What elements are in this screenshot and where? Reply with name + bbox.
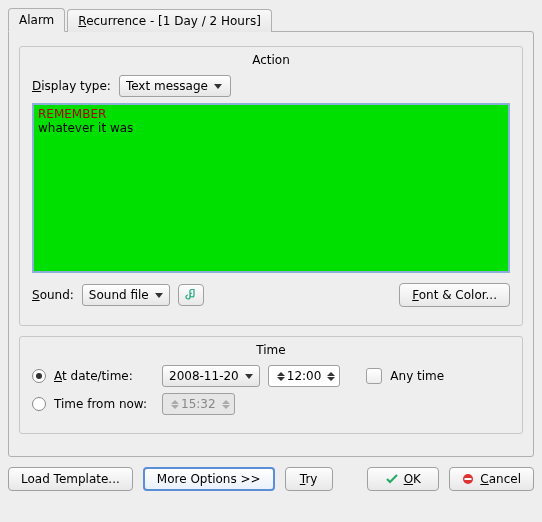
- cancel-icon: [462, 473, 474, 485]
- music-note-icon: [185, 289, 197, 301]
- display-type-row: Display type: Text message: [32, 75, 510, 97]
- time-group: Time At date/time: 2008-11-20 12:00 Any …: [19, 336, 523, 434]
- footer-button-bar: Load Template... More Options >> Try OK …: [8, 467, 534, 491]
- at-datetime-radio[interactable]: [32, 369, 46, 383]
- time-group-title: Time: [32, 343, 510, 357]
- font-color-button[interactable]: Font & Color...: [399, 283, 510, 307]
- display-type-label: Display type:: [32, 79, 111, 93]
- more-options-label: More Options >>: [157, 472, 261, 486]
- time-from-now-label: Time from now:: [54, 397, 154, 411]
- at-datetime-row: At date/time: 2008-11-20 12:00 Any time: [32, 365, 510, 387]
- time-from-now-row: Time from now: 15:32: [32, 393, 510, 415]
- tab-recurrence-label: Recurrence - [1 Day / 2 Hours]: [78, 14, 261, 28]
- time-from-now-value: 15:32: [181, 397, 220, 411]
- sound-font-row: Sound: Sound file Font & Color...: [32, 283, 510, 307]
- ok-check-icon: [386, 473, 398, 485]
- load-template-button[interactable]: Load Template...: [8, 467, 133, 491]
- cancel-label: Cancel: [480, 472, 521, 486]
- tab-bar: Alarm Recurrence - [1 Day / 2 Hours]: [8, 8, 534, 32]
- try-button[interactable]: Try: [285, 467, 333, 491]
- date-select[interactable]: 2008-11-20: [162, 365, 260, 387]
- alarm-tab-content: Action Display type: Text message REMEMB…: [8, 31, 534, 457]
- chevron-down-icon: [155, 293, 163, 298]
- sound-play-button[interactable]: [178, 284, 204, 306]
- sound-value: Sound file: [89, 288, 149, 302]
- display-type-value: Text message: [126, 79, 208, 93]
- try-label: Try: [300, 472, 318, 486]
- svg-rect-1: [465, 478, 472, 480]
- sound-label: Sound:: [32, 288, 74, 302]
- more-options-button[interactable]: More Options >>: [143, 467, 275, 491]
- message-text-input[interactable]: REMEMBER whatever it was: [32, 103, 510, 273]
- ok-label: OK: [404, 472, 421, 486]
- tab-alarm[interactable]: Alarm: [8, 8, 65, 32]
- tab-alarm-label: Alarm: [19, 13, 54, 27]
- sound-select[interactable]: Sound file: [82, 284, 170, 306]
- cancel-button[interactable]: Cancel: [449, 467, 534, 491]
- action-group: Action Display type: Text message REMEMB…: [19, 46, 523, 326]
- chevron-down-icon: [214, 84, 222, 89]
- date-value: 2008-11-20: [169, 369, 239, 383]
- time-from-now-radio[interactable]: [32, 397, 46, 411]
- any-time-checkbox[interactable]: [366, 368, 382, 384]
- chevron-down-icon: [245, 374, 253, 379]
- tab-recurrence[interactable]: Recurrence - [1 Day / 2 Hours]: [67, 9, 272, 32]
- time-from-now-spin: 15:32: [162, 393, 235, 415]
- action-group-title: Action: [32, 53, 510, 67]
- at-datetime-label: At date/time:: [54, 369, 154, 383]
- load-template-label: Load Template...: [21, 472, 120, 486]
- font-color-label: Font & Color...: [412, 288, 497, 302]
- time-spin[interactable]: 12:00: [268, 365, 341, 387]
- ok-button[interactable]: OK: [367, 467, 439, 491]
- display-type-select[interactable]: Text message: [119, 75, 231, 97]
- time-value: 12:00: [287, 369, 326, 383]
- any-time-label: Any time: [390, 369, 444, 383]
